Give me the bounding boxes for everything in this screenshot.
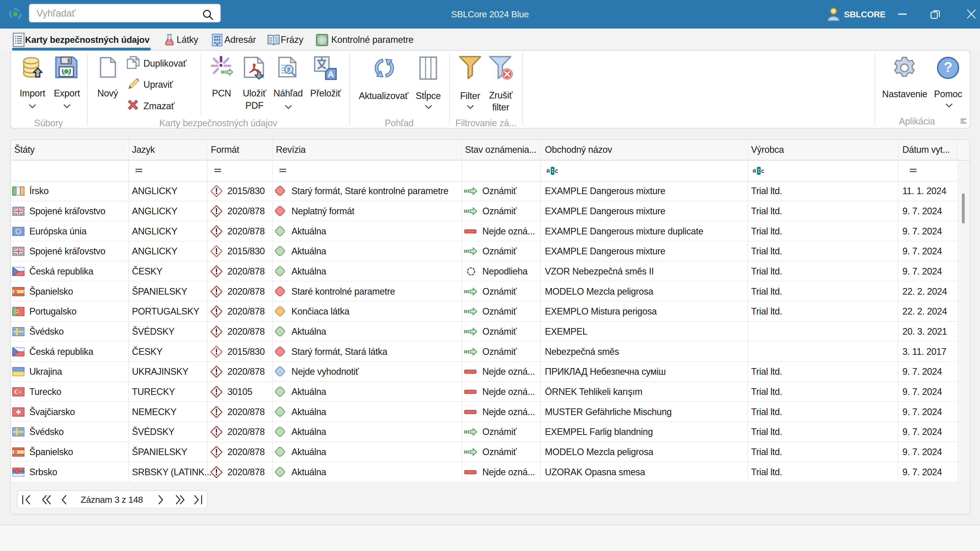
svg-text:A: A	[328, 69, 334, 79]
svg-text:?: ?	[944, 59, 953, 75]
